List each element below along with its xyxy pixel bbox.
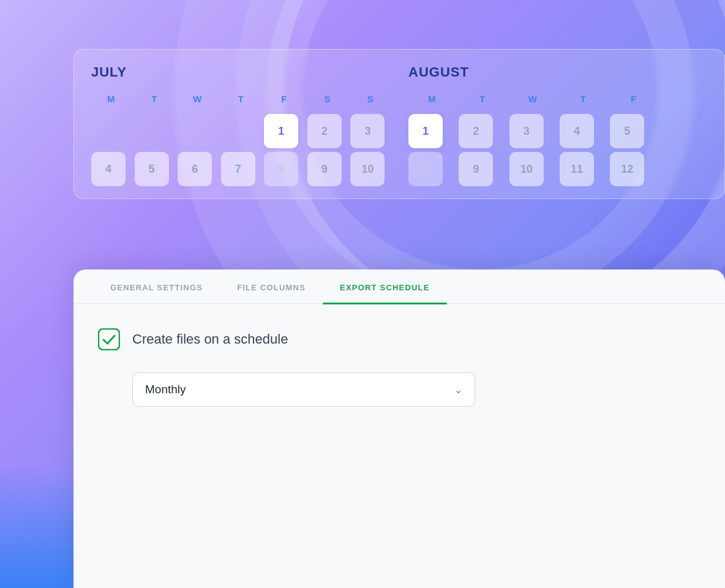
schedule-checkbox[interactable]	[98, 328, 120, 350]
july-cell-1[interactable]: 1	[264, 114, 298, 148]
aug-cell-12[interactable]: 12	[610, 152, 644, 186]
july-cell-empty4	[221, 114, 255, 148]
aug-header-w: W	[509, 91, 556, 110]
july-header-s2: S	[350, 91, 390, 110]
aug-cell-10[interactable]: 10	[509, 152, 544, 186]
aug-cell-4[interactable]: 4	[560, 114, 594, 148]
july-header-m: M	[91, 91, 131, 110]
calendar-months-row: JULY M T W T F S S 1 2 3 4 5	[91, 64, 707, 186]
aug-cell-3[interactable]: 3	[509, 114, 544, 148]
july-header-f: F	[264, 91, 304, 110]
chevron-down-icon: ⌄	[454, 384, 462, 396]
july-header-w: W	[178, 91, 217, 110]
july-cell-7[interactable]: 7	[221, 152, 255, 186]
create-schedule-row: Create files on a schedule	[98, 328, 701, 350]
frequency-dropdown-wrapper: Monthly ⌄	[132, 372, 701, 407]
aug-cell-2[interactable]: 2	[459, 114, 493, 148]
tab-general-settings[interactable]: GENERAL SETTINGS	[93, 270, 220, 303]
aug-cell-empty	[661, 114, 695, 148]
july-cell-6[interactable]: 6	[178, 152, 212, 186]
aug-header-f: F	[610, 91, 656, 110]
aug-cell-1[interactable]: 1	[408, 114, 443, 148]
aug-header-extra	[661, 91, 707, 110]
aug-cell-9[interactable]: 9	[459, 152, 493, 186]
july-cell-empty2	[135, 114, 169, 148]
aug-cell-5[interactable]: 5	[610, 114, 644, 148]
aug-header-t1: T	[459, 91, 505, 110]
aug-header-t2: T	[560, 91, 606, 110]
frequency-value: Monthly	[145, 383, 186, 396]
aug-cell-8[interactable]: 8	[408, 152, 443, 186]
july-header-s1: S	[307, 91, 347, 110]
schedule-checkbox-label: Create files on a schedule	[132, 331, 288, 347]
calendar-panel: JULY M T W T F S S 1 2 3 4 5	[73, 49, 725, 199]
tab-export-schedule[interactable]: EXPORT SCHEDULE	[323, 270, 447, 303]
tabs-row: GENERAL SETTINGS FILE COLUMNS EXPORT SCH…	[73, 270, 725, 304]
july-cell-8[interactable]: 8	[264, 152, 298, 186]
july-header-t1: T	[135, 91, 175, 110]
july-cell-10[interactable]: 10	[350, 152, 385, 186]
svg-rect-0	[99, 329, 119, 350]
july-cell-empty1	[91, 114, 126, 148]
august-title: AUGUST	[408, 64, 707, 80]
july-cell-3[interactable]: 3	[350, 114, 385, 148]
calendar-august: AUGUST M T W T F 1 2 3 4 5 8 9 10 11	[408, 64, 707, 186]
aug-cell-11[interactable]: 11	[560, 152, 594, 186]
frequency-dropdown[interactable]: Monthly ⌄	[132, 372, 475, 407]
july-header-t2: T	[221, 91, 261, 110]
month-separator	[390, 64, 408, 186]
aug-header-m: M	[408, 91, 455, 110]
aug-cell-empty2	[661, 152, 695, 186]
modal-panel: GENERAL SETTINGS FILE COLUMNS EXPORT SCH…	[73, 270, 725, 588]
july-cell-9[interactable]: 9	[307, 152, 342, 186]
tab-file-columns[interactable]: FILE COLUMNS	[220, 270, 323, 303]
modal-content: Create files on a schedule Monthly ⌄	[73, 304, 725, 436]
august-grid: M T W T F 1 2 3 4 5 8 9 10 11 12	[408, 91, 707, 186]
july-cell-empty3	[178, 114, 212, 148]
july-grid: M T W T F S S 1 2 3 4 5 6 7 8	[91, 91, 390, 186]
july-cell-2[interactable]: 2	[307, 114, 342, 148]
july-title: JULY	[91, 64, 390, 80]
july-cell-4[interactable]: 4	[91, 152, 126, 186]
july-cell-5[interactable]: 5	[135, 152, 169, 186]
calendar-july: JULY M T W T F S S 1 2 3 4 5	[91, 64, 390, 186]
